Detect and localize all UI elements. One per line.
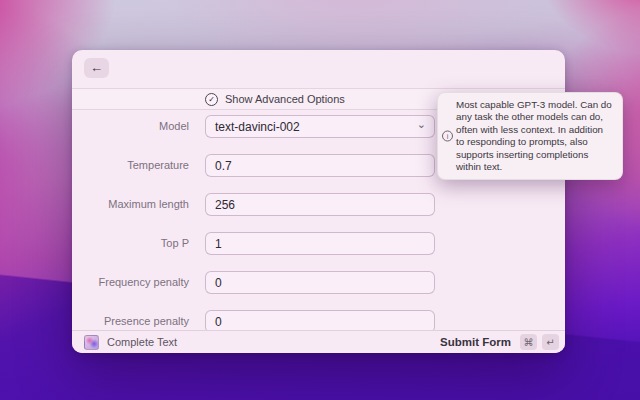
maximum-length-value: 256 [215,198,235,212]
return-key-icon: ↵ [542,334,559,350]
desktop-wallpaper: ← ✓ Show Advanced Options Model text-dav… [0,0,640,400]
top-p-input[interactable]: 1 [205,232,435,255]
action-bar: Complete Text Submit Form ⌘ ↵ [72,330,565,353]
temperature-input[interactable]: 0.7 [205,154,435,177]
model-info-tooltip: i Most capable GPT-3 model. Can do any t… [437,92,623,180]
form-row-top-p: Top P 1 [72,232,565,255]
window-header: ← [72,50,565,88]
model-label: Model [72,115,189,138]
model-value: text-davinci-002 [215,120,300,134]
command-title: Complete Text [107,336,177,348]
presence-penalty-value: 0 [215,315,222,329]
top-p-value: 1 [215,237,222,251]
tooltip-text: Most capable GPT-3 model. Can do any tas… [456,99,613,173]
maximum-length-label: Maximum length [72,193,189,216]
frequency-penalty-label: Frequency penalty [72,271,189,294]
temperature-value: 0.7 [215,159,232,173]
temperature-label: Temperature [72,154,189,177]
submit-form-button[interactable]: Submit Form ⌘ ↵ [440,334,559,350]
form-row-maximum-length: Maximum length 256 [72,193,565,216]
extension-icon [84,335,99,350]
show-advanced-options-checkbox[interactable]: ✓ [205,93,218,106]
frequency-penalty-input[interactable]: 0 [205,271,435,294]
info-icon: i [442,131,453,142]
frequency-penalty-value: 0 [215,276,222,290]
show-advanced-options-label[interactable]: Show Advanced Options [225,93,345,105]
submit-form-label: Submit Form [440,336,511,348]
command-key-icon: ⌘ [520,334,537,350]
chevron-down-icon: ⌄ [417,118,426,131]
form-row-frequency-penalty: Frequency penalty 0 [72,271,565,294]
maximum-length-input[interactable]: 256 [205,193,435,216]
model-dropdown[interactable]: text-davinci-002 ⌄ [205,115,435,138]
top-p-label: Top P [72,232,189,255]
back-button[interactable]: ← [84,58,109,78]
